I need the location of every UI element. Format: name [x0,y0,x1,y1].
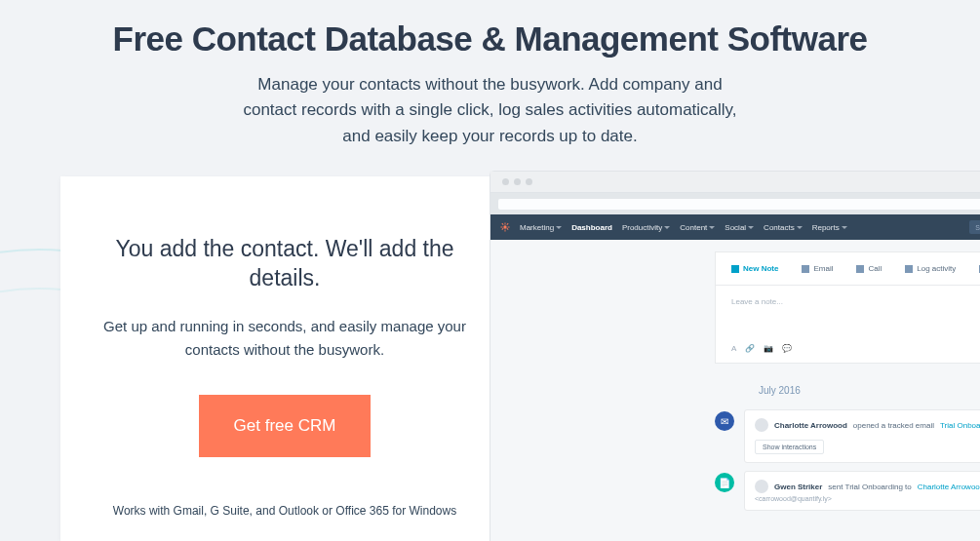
timeline-action: sent Trial Onboarding to [828,483,911,491]
svg-rect-5 [501,223,503,225]
timeline-item: 📄 Gwen Striker sent Trial Onboarding to … [715,471,980,511]
link-icon[interactable]: 🔗 [745,344,755,353]
svg-rect-3 [500,227,502,228]
timeline-link[interactable]: Trial Onboarding [940,421,980,430]
address-bar [490,193,980,214]
chevron-down-icon [748,226,754,229]
comment-icon[interactable]: 💬 [782,344,792,353]
document-icon: 📄 [715,473,734,492]
image-icon[interactable]: 📷 [764,344,773,353]
svg-rect-7 [506,223,508,225]
nav-item-dashboard[interactable]: Dashboard [571,223,612,232]
chevron-down-icon [842,226,847,229]
hero-subtitle: Manage your contacts without the busywor… [59,72,921,149]
activity-tabs: New Note Email Call Log activity Create … [715,251,980,286]
chevron-down-icon [709,226,715,229]
envelope-icon: ✉ [715,411,734,431]
timeline-month: July 2016 [759,385,801,396]
timeline-card[interactable]: Charlotte Arrowood opened a tracked emai… [744,409,980,463]
nav-item-content[interactable]: Content [680,223,715,232]
tab-log-activity[interactable]: Log activity [905,264,956,273]
window-titlebar [490,172,980,193]
chevron-down-icon [797,226,803,229]
timeline-action: opened a tracked email [853,421,934,430]
nav-item-contacts[interactable]: Contacts [764,223,803,232]
nav-item-social[interactable]: Social [725,223,754,232]
show-interactions-button[interactable]: Show interactions [755,440,824,454]
svg-point-0 [503,225,506,228]
tab-call[interactable]: Call [856,264,882,273]
chevron-down-icon [664,226,670,229]
avatar [755,480,768,493]
timeline-item: ✉ Charlotte Arrowood opened a tracked em… [715,409,980,463]
app-nav: Marketing Dashboard Productivity Content… [490,214,980,240]
get-free-crm-button[interactable]: Get free CRM [199,395,372,457]
promo-card: You add the contact. We'll add the detai… [60,176,509,541]
note-editor[interactable]: Leave a note... A 🔗 📷 💬 [715,286,980,364]
compatibility-note: Works with Gmail, G Suite, and Outlook o… [99,504,470,518]
envelope-icon [802,265,809,273]
timeline: July 2016 Filter Timeline ▾ ✉ Charlotte … [715,385,980,511]
note-placeholder: Leave a note... [731,297,980,306]
left-gutter [490,240,715,541]
page-title: Free Contact Database & Management Softw… [59,19,921,58]
plus-icon [905,265,913,273]
card-subtitle: Get up and running in seconds, and easil… [99,315,470,362]
timeline-subtext: <carrowood@quantify.ly> [755,495,980,502]
svg-rect-4 [508,227,510,228]
svg-rect-1 [505,222,506,224]
timeline-card[interactable]: Gwen Striker sent Trial Onboarding to Ch… [744,471,980,511]
contact-name: Gwen Striker [774,483,822,491]
hubspot-sprocket-icon [500,222,510,232]
nav-brand[interactable]: Marketing [520,223,562,232]
window-dot-icon [502,178,509,185]
svg-rect-6 [506,228,508,230]
tab-new-note[interactable]: New Note [731,264,778,273]
app-screenshot: Marketing Dashboard Productivity Content… [490,171,980,541]
address-input[interactable] [498,199,980,210]
nav-item-productivity[interactable]: Productivity [622,223,670,232]
timeline-link[interactable]: Charlotte Arrowood [918,483,980,491]
text-style-icon[interactable]: A [731,344,736,353]
svg-rect-8 [501,228,503,230]
hero: Free Contact Database & Management Softw… [0,0,980,149]
note-toolbar: A 🔗 📷 💬 [731,344,980,353]
window-dot-icon [514,178,521,185]
avatar [755,418,768,432]
pencil-icon [731,265,739,273]
nav-item-reports[interactable]: Reports [812,223,847,232]
svg-rect-2 [505,230,506,232]
phone-icon [856,265,864,273]
card-title: You add the contact. We'll add the detai… [99,235,470,293]
chevron-down-icon [556,226,562,229]
global-search-input[interactable]: Search [969,220,980,234]
window-dot-icon [526,178,532,185]
contact-name: Charlotte Arrowood [774,421,847,430]
tab-email[interactable]: Email [802,264,833,273]
